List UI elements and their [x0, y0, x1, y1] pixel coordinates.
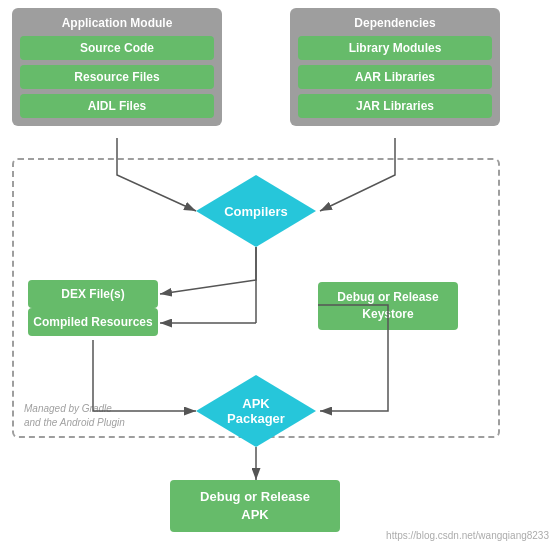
resource-files-item: Resource Files	[20, 65, 214, 89]
library-modules-item: Library Modules	[298, 36, 492, 60]
apk-packager-label: APKPackager	[227, 396, 285, 426]
diagram: Application Module Source Code Resource …	[0, 0, 553, 543]
dex-label: DEX File(s)	[61, 287, 124, 301]
compilers-shape: Compilers	[196, 175, 316, 247]
watermark: https://blog.csdn.net/wangqiang8233	[386, 530, 549, 541]
keystore-box: Debug or ReleaseKeystore	[318, 282, 458, 330]
compilers-diamond: Compilers	[196, 175, 316, 247]
deps-box: Dependencies Library Modules AAR Librari…	[290, 8, 500, 126]
dex-box: DEX File(s)	[28, 280, 158, 308]
output-apk-box: Debug or ReleaseAPK	[170, 480, 340, 532]
source-code-item: Source Code	[20, 36, 214, 60]
output-apk-label: Debug or ReleaseAPK	[200, 489, 310, 522]
app-module-box: Application Module Source Code Resource …	[12, 8, 222, 126]
compilers-label: Compilers	[224, 204, 288, 219]
compiled-resources-label: Compiled Resources	[33, 315, 152, 329]
aidl-files-item: AIDL Files	[20, 94, 214, 118]
gradle-label: Managed by Gradleand the Android Plugin	[24, 402, 125, 430]
keystore-label: Debug or ReleaseKeystore	[337, 290, 438, 321]
apk-packager-shape: APKPackager	[196, 375, 316, 447]
aar-libraries-item: AAR Libraries	[298, 65, 492, 89]
jar-libraries-item: JAR Libraries	[298, 94, 492, 118]
deps-title: Dependencies	[298, 16, 492, 30]
compiled-resources-box: Compiled Resources	[28, 308, 158, 336]
apk-packager-diamond: APKPackager	[196, 375, 316, 447]
app-module-title: Application Module	[20, 16, 214, 30]
